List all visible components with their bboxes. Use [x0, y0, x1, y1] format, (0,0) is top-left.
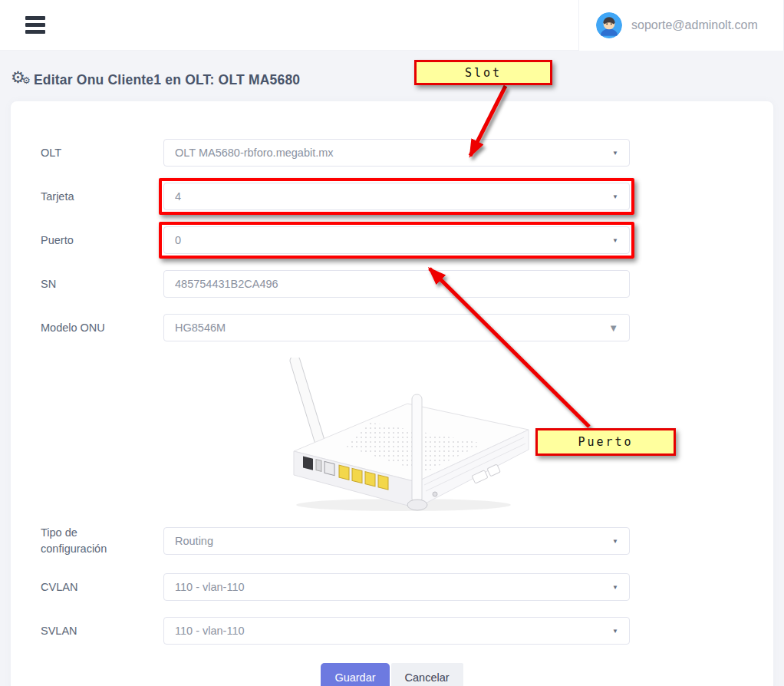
tipo-configuracion-select-value: Routing	[175, 535, 606, 547]
sn-label: SN	[41, 276, 129, 292]
top-header: soporte@adminolt.com	[0, 0, 784, 51]
page-header: ⚙⚙ Editar Onu Cliente1 en OLT: OLT MA568…	[0, 51, 784, 97]
tipo-configuracion-row: Tipo de configuración Routing	[11, 525, 773, 557]
olt-label: OLT	[41, 145, 129, 161]
sn-input[interactable]	[163, 270, 630, 298]
user-avatar	[596, 12, 622, 38]
modelo-onu-label: Modelo ONU	[41, 320, 129, 336]
page-title: Editar Onu Cliente1 en OLT: OLT MA5680	[34, 72, 300, 88]
svlan-label: SVLAN	[41, 623, 129, 639]
slot-callout: Slot	[414, 60, 552, 85]
puerto-select[interactable]: 0	[163, 226, 630, 254]
form-actions: Guardar Cancelar	[11, 663, 773, 686]
hamburger-menu-button[interactable]	[25, 13, 45, 37]
cvlan-row: CVLAN 110 - vlan-110	[11, 573, 773, 601]
puerto-select-value: 0	[175, 234, 606, 246]
cancelar-button[interactable]: Cancelar	[391, 663, 463, 686]
olt-select-value: OLT MA5680-rbforo.megabit.mx	[175, 147, 606, 159]
gears-icon: ⚙⚙	[11, 71, 34, 89]
cvlan-select[interactable]: 110 - vlan-110	[163, 573, 630, 601]
modelo-onu-row: Modelo ONU HG8546M	[11, 314, 773, 341]
tipo-configuracion-label: Tipo de configuración	[41, 525, 129, 557]
user-menu[interactable]: soporte@adminolt.com	[578, 0, 784, 51]
tarjeta-row: Tarjeta 4	[11, 183, 773, 210]
guardar-button[interactable]: Guardar	[321, 663, 389, 686]
svlan-select[interactable]: 110 - vlan-110	[163, 617, 630, 645]
modelo-onu-select[interactable]: HG8546M	[163, 314, 630, 341]
edit-onu-form-card: OLT OLT MA5680-rbforo.megabit.mx Tarjeta…	[11, 101, 773, 686]
olt-select[interactable]: OLT MA5680-rbforo.megabit.mx	[163, 139, 630, 167]
cvlan-select-value: 110 - vlan-110	[175, 581, 606, 593]
svlan-row: SVLAN 110 - vlan-110	[11, 617, 773, 645]
sn-row: SN	[11, 270, 773, 298]
tarjeta-highlight-box: 4	[159, 178, 634, 215]
tarjeta-select[interactable]: 4	[163, 183, 630, 210]
puerto-callout: Puerto	[535, 428, 676, 456]
svlan-select-value: 110 - vlan-110	[175, 625, 606, 637]
tarjeta-select-value: 4	[175, 190, 606, 203]
user-email: soporte@adminolt.com	[631, 18, 758, 32]
modelo-onu-select-value: HG8546M	[175, 322, 602, 334]
puerto-label: Puerto	[41, 233, 129, 249]
olt-row: OLT OLT MA5680-rbforo.megabit.mx	[11, 139, 773, 167]
cvlan-label: CVLAN	[41, 579, 129, 595]
tipo-configuracion-select[interactable]: Routing	[163, 527, 630, 555]
puerto-highlight-box: 0	[159, 222, 634, 259]
puerto-row: Puerto 0	[11, 226, 773, 254]
tarjeta-label: Tarjeta	[41, 189, 129, 205]
